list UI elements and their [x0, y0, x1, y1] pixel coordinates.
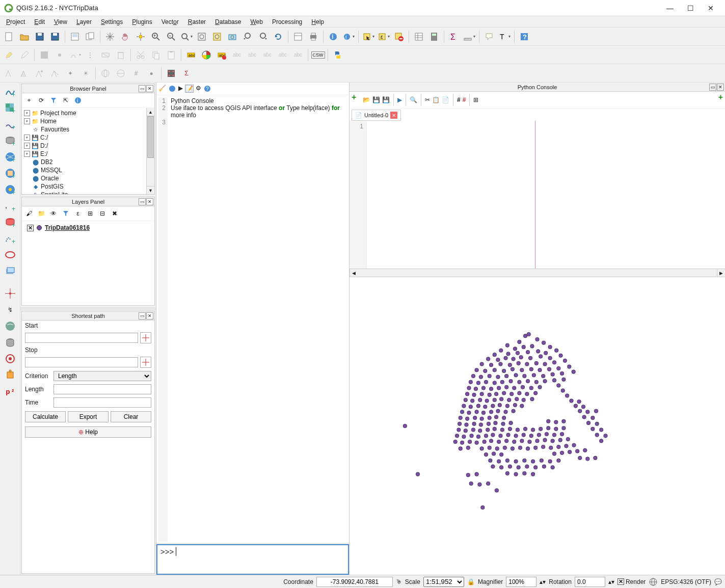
print-icon[interactable] [306, 30, 320, 44]
tree-item-oracle[interactable]: ⬤Oracle [31, 174, 145, 182]
layer-row-tripdata[interactable]: ✕ TripData061816 [23, 222, 153, 233]
vt5-icon[interactable]: ✦ [63, 66, 77, 81]
crs-icon[interactable] [649, 577, 658, 586]
magnifier-input[interactable] [506, 577, 536, 587]
router-icon[interactable]: ↯ [3, 303, 17, 317]
plugin-icon[interactable] [3, 368, 17, 382]
time-input[interactable] [53, 397, 151, 408]
tree-item-home[interactable]: +📁Home [23, 117, 145, 125]
extents-icon[interactable]: 🖰 [396, 578, 402, 585]
add-virtual-icon[interactable]: + [3, 231, 17, 246]
label-change-icon[interactable]: abc [291, 48, 305, 62]
copy-icon[interactable] [149, 48, 163, 62]
add-raster-icon[interactable]: + [3, 101, 17, 115]
comment-icon[interactable]: # [457, 96, 461, 103]
tree-item-c[interactable]: +💾C:/ [23, 133, 145, 142]
menu-processing[interactable]: Processing [268, 17, 306, 26]
filter-browser-icon[interactable] [48, 95, 59, 105]
panel-undock-icon[interactable]: ▭ [709, 84, 716, 91]
db-manager-icon[interactable] [3, 335, 17, 350]
coord-input[interactable] [316, 577, 393, 587]
measure-icon[interactable] [462, 30, 476, 44]
label-rotate-icon[interactable]: abc [276, 48, 290, 62]
tree-item-postgis[interactable]: ◆PostGIS [31, 182, 145, 191]
zoom-next-icon[interactable] [256, 30, 270, 44]
editor-area[interactable]: 1 [350, 121, 725, 269]
messages-icon[interactable]: 💬 [714, 578, 722, 585]
render-toggle[interactable]: ✕Render [617, 578, 646, 585]
console-input[interactable]: >>> [156, 544, 349, 575]
menu-edit[interactable]: Edit [30, 17, 49, 26]
help-icon[interactable]: ? [517, 30, 531, 44]
vt3-icon[interactable] [33, 66, 47, 81]
cut-editor-icon[interactable]: ✂ [425, 96, 430, 103]
open-project-icon[interactable] [17, 30, 32, 44]
remove-layer-icon[interactable]: ✖ [110, 208, 120, 219]
identify-dropdown-icon[interactable]: i [341, 30, 356, 44]
tree-item-mssql[interactable]: ⬤MSSQL [31, 166, 145, 174]
gps-icon[interactable] [3, 286, 17, 301]
magnifier-spinner-icon[interactable]: ▴▾ [540, 578, 546, 585]
export-button[interactable]: Export [68, 411, 109, 422]
add-tab-icon[interactable]: + [718, 93, 723, 102]
vt2-icon[interactable] [17, 66, 32, 81]
vt4-icon[interactable] [48, 66, 62, 81]
paste-icon[interactable] [164, 48, 178, 62]
edit-toggle-icon[interactable] [2, 48, 16, 62]
pan-to-selection-icon[interactable] [133, 30, 148, 44]
add-layer-group-icon[interactable] [3, 264, 17, 278]
tree-item-favourites[interactable]: ☆Favourites [31, 125, 145, 133]
expand-all-icon[interactable]: ⊞ [85, 208, 95, 219]
properties-icon[interactable]: i [73, 95, 83, 105]
save-as-icon[interactable]: + [48, 30, 62, 44]
globe1-icon[interactable] [98, 66, 113, 81]
tree-item-projecthome[interactable]: +📁Project home [23, 109, 145, 117]
panel-undock-icon[interactable]: ▭ [139, 198, 146, 205]
clear-console-icon[interactable]: 🧹 [158, 85, 166, 93]
menu-view[interactable]: View [50, 17, 71, 26]
crs-label[interactable]: EPSG:4326 (OTF) [661, 578, 711, 585]
close-tab-icon[interactable]: ✕ [390, 112, 397, 119]
browser-tree[interactable]: +📁Project home +📁Home ☆Favourites +💾C:/ … [22, 108, 146, 194]
rotation-input[interactable] [575, 577, 605, 587]
add-wms-icon[interactable]: + [3, 150, 17, 164]
add-delimited-icon[interactable]: ,+ [3, 199, 17, 213]
run-command-icon[interactable]: ▶ [178, 85, 183, 93]
map-tips-icon[interactable] [482, 30, 496, 44]
filter-legend-icon[interactable] [61, 208, 71, 219]
add-spatialite-icon[interactable]: + [3, 117, 17, 131]
select-features-icon[interactable] [361, 30, 375, 44]
uncomment-icon[interactable]: # [463, 96, 466, 103]
label-settings-icon[interactable]: abc [184, 48, 198, 62]
menu-plugins[interactable]: Plugins [128, 17, 156, 26]
panel-close-icon[interactable]: ✕ [146, 312, 153, 319]
save-project-icon[interactable] [33, 30, 47, 44]
csw-icon[interactable]: CSW [311, 48, 325, 62]
add-mssql-icon[interactable]: + [3, 215, 17, 229]
show-editor-icon[interactable]: 📝 [185, 85, 194, 93]
new-project-icon[interactable] [2, 30, 16, 44]
start-pick-icon[interactable] [140, 332, 151, 343]
zoom-full-icon[interactable] [195, 30, 209, 44]
maximize-button[interactable]: ☐ [680, 1, 701, 15]
style-layer-icon[interactable]: 🖌 [24, 208, 34, 219]
menu-project[interactable]: Project [2, 17, 29, 26]
panel-undock-icon[interactable]: ▭ [139, 312, 146, 319]
console-output[interactable]: 1 2 3 Python Console Use iface to access… [156, 95, 349, 544]
move-feature-icon[interactable] [68, 48, 82, 62]
menu-settings[interactable]: Settings [97, 17, 127, 26]
map-canvas[interactable] [350, 277, 725, 575]
collapse-all-icon[interactable]: ⊟ [97, 208, 108, 219]
deselect-icon[interactable] [392, 30, 406, 44]
field-calculator-icon[interactable] [427, 30, 441, 44]
menu-web[interactable]: Web [246, 17, 266, 26]
grid-icon[interactable]: # [129, 66, 143, 81]
composer-manager-icon[interactable] [83, 30, 97, 44]
collapse-all-icon[interactable]: ⇱ [61, 95, 71, 105]
zoom-last-icon[interactable] [240, 30, 255, 44]
layers-tree[interactable]: ✕ TripData061816 [22, 221, 154, 305]
hand-pan-icon[interactable] [118, 30, 132, 44]
find-icon[interactable]: 🔍 [410, 96, 417, 103]
clear-button[interactable]: Clear [111, 411, 151, 422]
zoom-out-icon[interactable]: − [164, 30, 178, 44]
